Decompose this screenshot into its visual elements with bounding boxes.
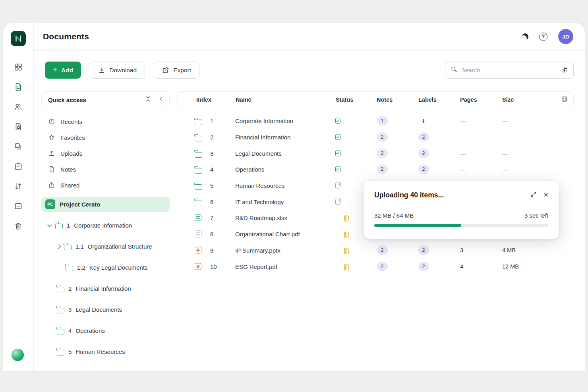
dark-mode-icon[interactable]	[521, 33, 529, 41]
labels-badge[interactable]: 2	[418, 262, 429, 271]
avatar[interactable]: JD	[558, 29, 573, 44]
documents-icon[interactable]	[14, 82, 23, 92]
quick-access-header: Quick access	[41, 91, 170, 108]
header-actions: ? JD	[522, 29, 573, 44]
table-row[interactable]: 4 Operations 2 2 — —	[176, 161, 574, 178]
close-icon[interactable]: ×	[544, 191, 548, 199]
tree-item-5[interactable]: 5 Human Resources	[41, 341, 170, 362]
col-index: Index	[196, 97, 211, 103]
users-icon[interactable]	[14, 102, 23, 112]
table-row[interactable]: 9 IP Summary.pptx 2 2 3 4 MB	[176, 242, 574, 259]
share-icon	[48, 182, 55, 189]
tree-item-4[interactable]: 4 Operations	[41, 320, 170, 341]
notes-badge[interactable]: 2	[377, 245, 388, 255]
folder-icon	[195, 184, 202, 190]
sort-icon[interactable]	[14, 182, 23, 191]
chevron-right-icon[interactable]	[56, 244, 60, 249]
star-icon	[48, 134, 55, 141]
quick-item-uploads[interactable]: Uploads	[41, 145, 170, 161]
toolbar: + Add Download Export	[45, 62, 574, 79]
app-logo[interactable]	[11, 31, 26, 46]
labels-badge[interactable]: 2	[418, 165, 429, 174]
quick-item-notes[interactable]: Notes	[41, 161, 170, 177]
search-input[interactable]	[445, 62, 574, 79]
status-approved-icon	[335, 166, 340, 172]
download-button[interactable]: Download	[90, 62, 145, 79]
table-row[interactable]: 3 Legal Documents 2 2 — —	[176, 145, 574, 161]
labels-badge[interactable]: 2	[418, 245, 429, 255]
notes-badge[interactable]: 2	[377, 262, 388, 271]
quick-item-shared[interactable]: Shared	[41, 177, 170, 193]
xlsx-file-icon	[195, 214, 201, 221]
chevron-down-icon[interactable]	[47, 222, 52, 227]
folder-icon	[57, 350, 64, 355]
status-pending-icon	[344, 264, 349, 270]
tree-item-1[interactable]: 1 Corporate Information	[41, 215, 170, 236]
col-notes: Notes	[377, 97, 393, 103]
notes-badge[interactable]: 1	[377, 116, 388, 126]
status-approved-icon	[335, 118, 340, 124]
help-icon[interactable]: ?	[539, 33, 547, 41]
table-row[interactable]: 1 Corporate Information 1 + — —	[176, 113, 574, 129]
archive-icon[interactable]	[14, 162, 23, 171]
app-window: Documents ? JD + Add Download Export	[3, 23, 585, 371]
search-icon	[451, 67, 455, 71]
folder-tree: 1 Corporate Information 1.1 Organization…	[41, 215, 170, 362]
export-icon	[162, 67, 169, 74]
quick-item-recents[interactable]: Recents	[41, 114, 170, 129]
upload-icon	[48, 150, 55, 157]
search-box	[445, 62, 574, 79]
assistant-bubble[interactable]	[12, 349, 24, 361]
upload-toast-title: Uploading 40 items...	[374, 191, 444, 199]
upload-progress-label: 32 MB / 64 MB	[374, 212, 414, 219]
trash-icon[interactable]	[14, 221, 23, 231]
card-icon[interactable]	[14, 201, 23, 211]
labels-badge[interactable]: 2	[418, 149, 429, 158]
tree-item-2[interactable]: 2 Financial Information	[41, 278, 170, 299]
plus-icon: +	[53, 66, 57, 73]
tree-item-3[interactable]: 3 Legal Documents	[41, 299, 170, 320]
tree-item-1-1[interactable]: 1.1 Organizational Structure	[41, 236, 170, 257]
rail-nav	[3, 62, 33, 231]
quick-access-panel: Quick access Recents Favorites Upload	[41, 91, 170, 362]
labels-badge[interactable]: 2	[418, 133, 429, 142]
pptx-file-icon	[195, 247, 201, 253]
notes-badge[interactable]: 2	[377, 133, 388, 142]
pdf-report-file-icon	[195, 263, 201, 270]
status-approved-icon	[335, 150, 340, 156]
export-button[interactable]: Export	[154, 62, 199, 79]
status-pending-icon	[344, 232, 349, 238]
main-area: Documents ? JD + Add Download Export	[34, 23, 585, 371]
secure-files-icon[interactable]	[14, 122, 23, 131]
upload-progress-fill	[374, 224, 461, 227]
sidebar-item-project-cerato[interactable]: PC Project Cerato	[41, 197, 170, 212]
folder-icon	[195, 152, 202, 158]
notes-badge[interactable]: 2	[377, 165, 388, 174]
folder-icon	[195, 120, 202, 125]
folder-icon	[64, 245, 72, 250]
add-label-button[interactable]: +	[421, 117, 426, 125]
table-row[interactable]: 10 ESG Report.pdf 2 2 4 12 MB	[176, 258, 574, 274]
notes-badge[interactable]: 2	[377, 149, 388, 158]
expand-icon[interactable]	[530, 191, 537, 199]
dashboard-icon[interactable]	[14, 62, 23, 72]
quick-item-favorites[interactable]: Favorites	[41, 129, 170, 145]
status-draft-icon	[335, 183, 340, 189]
download-icon	[98, 67, 105, 74]
copy-pages-icon[interactable]	[14, 142, 23, 151]
tree-item-1-2[interactable]: 1.2 Key Legal Documents	[41, 257, 170, 278]
upload-time-left: 3 sec left	[524, 212, 548, 219]
status-draft-icon	[335, 199, 340, 205]
folder-icon	[57, 308, 64, 313]
collapse-all-icon[interactable]	[145, 96, 151, 104]
filter-icon[interactable]	[561, 66, 568, 75]
quick-access-title: Quick access	[48, 97, 86, 103]
quick-access-list: Recents Favorites Uploads Notes Shared	[41, 114, 170, 362]
folder-icon	[57, 287, 64, 292]
column-picker-icon[interactable]	[561, 96, 568, 104]
collapse-panel-icon[interactable]	[158, 96, 164, 103]
add-button[interactable]: + Add	[45, 62, 81, 79]
table-row[interactable]: 2 Financial Information 2 2 — —	[176, 129, 574, 145]
folder-icon	[66, 266, 73, 271]
col-size: Size	[502, 97, 514, 103]
